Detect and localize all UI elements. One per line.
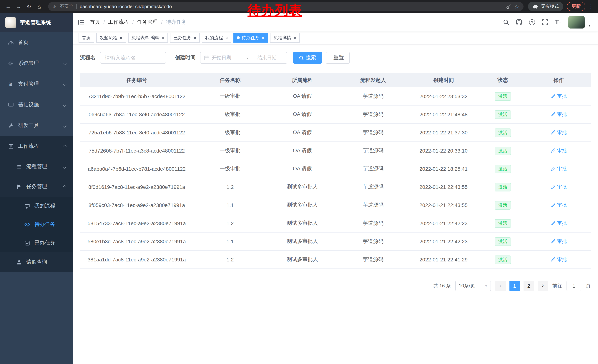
close-icon[interactable]: × [162,35,165,40]
breadcrumb-workflow[interactable]: 工作流程 [108,19,129,25]
cell-task-id: a6aba0a4-7b6d-11ec-b781-acde48001122 [80,166,193,172]
search-icon[interactable] [501,17,511,27]
close-icon[interactable]: × [120,35,123,40]
tab-form-edit[interactable]: 流程表单-编辑 × [128,33,168,43]
more-menu-icon[interactable]: ⋮ [588,3,594,10]
search-button[interactable]: 搜索 [293,52,322,64]
approve-link[interactable]: 审批 [551,166,567,172]
sidebar-item-done-tasks[interactable]: 已办任务 [0,234,73,252]
home-icon[interactable]: ⌂ [35,2,44,11]
eye-icon [24,222,30,227]
sidebar-item-label: 研发工具 [18,122,39,129]
sidebar-item-home[interactable]: 首页 [0,32,73,53]
approve-link[interactable]: 审批 [551,184,567,190]
cell-task-name: 1.2 [193,257,267,263]
close-icon[interactable]: × [262,35,265,40]
logo-avatar [5,17,16,28]
tab-todo-tasks[interactable]: 待办任务 × [234,33,268,43]
prev-page-button[interactable]: ‹ [495,281,506,291]
close-icon[interactable]: × [225,35,228,40]
status-badge: 激活 [495,110,511,119]
sidebar-item-label: 我的流程 [34,202,55,209]
page-button-1[interactable]: 1 [509,281,520,291]
dashboard-icon [8,40,14,45]
approve-link[interactable]: 审批 [551,111,567,118]
update-button[interactable]: 更新 [567,2,585,11]
help-icon[interactable]: ? [527,17,537,27]
github-icon[interactable] [514,17,524,27]
page-button-2[interactable]: 2 [523,281,534,291]
edit-icon [551,130,556,135]
incognito-icon [532,4,538,9]
sidebar-item-label: 工作流程 [18,143,39,150]
approve-link[interactable]: 审批 [551,202,567,209]
tab-process-detail[interactable]: 流程详情 × [270,33,299,43]
sidebar-item-todo-tasks[interactable]: 待办任务 [0,215,73,234]
sidebar-item-system[interactable]: 系统管理 [0,53,73,74]
page-size-select[interactable]: 10条/页 ▼ [455,281,491,291]
check-square-icon [24,240,30,246]
tab-done-tasks[interactable]: 已办任务 × [170,33,199,43]
sidebar-item-process-mgmt[interactable]: 流程管理 [0,157,73,177]
close-icon[interactable]: × [193,35,196,40]
sidebar-item-workflow[interactable]: 工作流程 [0,136,73,157]
sidebar-item-payment[interactable]: ¥ 支付管理 [0,74,73,94]
goto-unit: 页 [586,283,590,289]
fullscreen-icon[interactable] [540,17,550,27]
forward-icon[interactable]: → [14,2,23,11]
status-badge: 激活 [495,255,511,264]
cell-task-id: 725a1eb6-7b88-11ec-8ef0-acde48001122 [80,129,193,136]
edit-icon [551,148,556,153]
header-task-id: 任务编号 [80,77,193,84]
process-name-label: 流程名 [80,54,96,61]
approve-link[interactable]: 审批 [551,147,567,154]
app-logo[interactable]: 芋道管理系统 [0,13,73,32]
cell-create-time: 2022-01-21 22:43:55 [408,184,479,190]
header-status: 状态 [479,77,527,84]
process-name-input[interactable] [100,52,166,64]
total-count: 共 16 条 [433,283,451,289]
reload-icon[interactable]: ↻ [25,2,33,11]
reset-button[interactable]: 重置 [326,52,350,64]
sidebar-item-devtools[interactable]: 研发工具 [0,115,73,136]
cell-create-time: 2022-01-21 22:42:23 [408,220,479,226]
breadcrumb-home[interactable]: 首页 [90,19,100,25]
font-size-icon[interactable]: TT [553,17,563,27]
tab-label: 我的流程 [205,35,223,41]
star-icon[interactable]: ☆ [515,4,519,9]
approve-link[interactable]: 审批 [551,129,567,136]
back-icon[interactable]: ← [4,2,13,11]
tab-home[interactable]: 首页 [79,33,94,43]
filter-bar: 流程名 创建时间 开始日期 - 结束日期 [80,52,590,64]
approve-link[interactable]: 审批 [551,93,567,100]
cell-process: 测试多审批人 [267,184,338,190]
tab-label: 已办任务 [173,35,191,41]
goto-page-input[interactable] [566,281,581,291]
next-page-button[interactable]: › [538,281,548,291]
user-avatar[interactable] [568,16,585,29]
sidebar-item-task-mgmt[interactable]: 任务管理 [0,177,73,197]
tab-start-process[interactable]: 发起流程 × [96,33,126,43]
calendar-icon [204,55,209,60]
key-icon[interactable] [506,4,512,9]
sidebar-item-my-process[interactable]: 我的流程 [0,197,73,215]
close-icon[interactable]: × [293,35,296,40]
date-range-picker[interactable]: 开始日期 - 结束日期 [200,52,287,64]
tab-label: 发起流程 [100,35,117,41]
hamburger-icon[interactable] [78,19,84,25]
sidebar-item-label: 任务管理 [26,183,47,190]
approve-link[interactable]: 审批 [551,256,567,263]
table-row: a6aba0a4-7b6d-11ec-b781-acde48001122 一级审… [80,160,590,178]
table-row: 8f0d1619-7ac8-11ec-a9e2-a2380e71991a 1.2… [80,178,590,196]
cell-starter: 芋道源码 [338,147,408,154]
edit-icon [551,112,556,117]
tab-my-process[interactable]: 我的流程 × [202,33,231,43]
approve-link[interactable]: 审批 [551,220,567,226]
sidebar-item-infrastructure[interactable]: 基础设施 [0,94,73,115]
approve-link[interactable]: 审批 [551,238,567,245]
security-label: 不安全 [60,3,74,10]
header-task-name: 任务名称 [193,77,267,84]
cell-starter: 芋道源码 [338,220,408,226]
breadcrumb-task-mgmt[interactable]: 任务管理 [137,19,158,25]
sidebar-item-leave-query[interactable]: 请假查询 [0,252,73,272]
